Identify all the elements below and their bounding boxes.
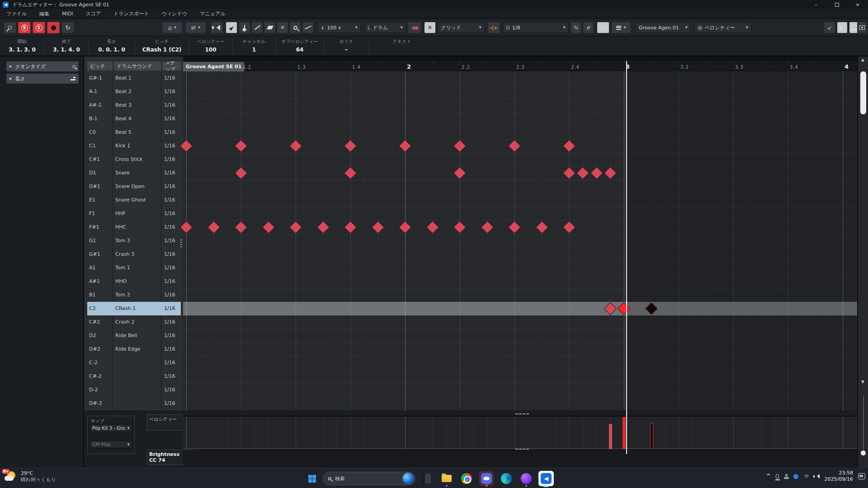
- drum-name-dropdown[interactable]: GM Map ▼: [90, 441, 132, 448]
- info-field-0[interactable]: 開始3. 1. 3. 0: [0, 36, 44, 56]
- drum-row-F1[interactable]: F1HHF1/16: [87, 207, 181, 221]
- taskbar-purple-app[interactable]: [518, 470, 535, 487]
- taskbar-file-explorer[interactable]: [438, 470, 455, 487]
- drum-row-C#-2[interactable]: C#-21/16: [87, 370, 181, 383]
- taskbar-chrome[interactable]: [458, 470, 475, 487]
- mute-tool[interactable]: ✕: [277, 22, 288, 33]
- quantize-preset-dropdown[interactable]: Q 1/8 ▼: [503, 22, 569, 33]
- eraser-tool[interactable]: [264, 22, 276, 33]
- person-icon[interactable]: [784, 474, 788, 479]
- info-field-4[interactable]: ベロシティー100: [189, 36, 232, 56]
- info-field-6[interactable]: オフベロシティー64: [276, 36, 324, 56]
- drum-row-G#-1[interactable]: G#-1Beat 11/16: [87, 71, 181, 85]
- controller-selector-dropdown[interactable]: ◎ ベロシティー ▼: [694, 22, 751, 33]
- drum-row-F#1[interactable]: F#1HHC1/16: [87, 221, 181, 234]
- microphone-icon[interactable]: [776, 474, 779, 479]
- info-field-8[interactable]: テキスト: [369, 36, 435, 56]
- minimize-button[interactable]: –: [806, 0, 826, 9]
- insert-velocity-dropdown[interactable]: ↓ 100 ▲▼ ▼: [317, 22, 361, 33]
- close-button[interactable]: ×: [847, 0, 868, 9]
- drum-note-C1-1[interactable]: [235, 140, 247, 152]
- toolbar-setup-button[interactable]: [857, 22, 867, 33]
- velocity-bar-7.75[interactable]: [609, 424, 612, 449]
- drum-row-G1[interactable]: G1Tom 31/16: [87, 234, 181, 248]
- grid-type-dropdown[interactable]: グリッド ▼: [438, 22, 485, 33]
- drum-note-F#1-0.5[interactable]: [207, 221, 220, 234]
- drum-row-C#2[interactable]: C#2Crash 21/16: [87, 315, 181, 329]
- drum-note-F#1-4.5[interactable]: [426, 221, 439, 234]
- drum-row-D-2[interactable]: D-21/16: [87, 383, 181, 397]
- info-field-3[interactable]: ピッチCRash 1 (C2): [135, 36, 189, 56]
- drum-row-B-1[interactable]: B-1Beat 41/16: [87, 112, 181, 126]
- drum-note-F#1-7[interactable]: [563, 221, 576, 234]
- part-edit-mode-button[interactable]: ⇄▼: [185, 22, 206, 33]
- menu-item-5[interactable]: ウィンドウ: [156, 10, 193, 17]
- taskbar-discord[interactable]: [478, 470, 495, 487]
- drum-note-F#1-5.5[interactable]: [481, 221, 493, 234]
- drum-note-D1-5[interactable]: [453, 167, 466, 179]
- velocity-bar-8[interactable]: [623, 417, 626, 449]
- drum-note-F#1-6.5[interactable]: [535, 221, 548, 234]
- drum-row-D2[interactable]: D2Ride Bell1/16: [87, 329, 181, 343]
- drum-row-D1[interactable]: D1Snare1/16: [87, 166, 181, 180]
- drum-note-D1-7.25[interactable]: [576, 167, 589, 179]
- drum-note-F#1-5[interactable]: [453, 221, 466, 234]
- info-field-7[interactable]: ボイス–: [324, 36, 369, 56]
- open-in-lower-zone-button[interactable]: ↙: [824, 22, 835, 33]
- drum-note-C1-3[interactable]: [344, 140, 357, 152]
- vertical-scrollbar[interactable]: ▲ ▼: [857, 56, 868, 468]
- drum-note-D1-3[interactable]: [344, 167, 357, 179]
- quantize-panel-button[interactable]: e: [583, 22, 594, 33]
- drum-note-C1-7[interactable]: [563, 140, 576, 152]
- zoom-tool[interactable]: [289, 22, 301, 33]
- blue-status-icon[interactable]: [793, 474, 798, 479]
- list-grid-divider-handle[interactable]: [180, 239, 182, 248]
- column-header-snap[interactable]: スナップ: [162, 61, 181, 70]
- maximize-button[interactable]: [826, 0, 847, 9]
- drum-row-C2[interactable]: C2CRash 11/16: [87, 302, 181, 315]
- drum-note-F#1-1.5[interactable]: [262, 221, 274, 234]
- drum-row-C-2[interactable]: C-21/16: [87, 356, 181, 370]
- event-colors-button[interactable]: [597, 22, 609, 33]
- drum-note-F#1-6[interactable]: [508, 221, 521, 234]
- drum-row-D#1[interactable]: D#1Snare Open1/16: [87, 180, 181, 193]
- search-box[interactable]: 検索: [323, 472, 415, 485]
- part-selector-dropdown[interactable]: Groove Agen.01 ▼: [636, 22, 691, 33]
- snap-onoff-button[interactable]: ✕: [424, 22, 436, 33]
- volume-icon[interactable]: [815, 474, 820, 479]
- part-name-label[interactable]: Groove Agent SE 01: [183, 62, 244, 71]
- drum-note-F#1-3[interactable]: [344, 221, 357, 234]
- drum-note-D1-7.75[interactable]: [604, 167, 617, 179]
- velocity-lane[interactable]: [183, 416, 857, 449]
- weather-widget[interactable]: 9+ 29°C 晴れ時々くもり: [4, 470, 56, 483]
- drum-row-A#1[interactable]: A#1HHO1/16: [87, 275, 181, 288]
- inspector-section-length[interactable]: ▶ 長さ: [6, 74, 79, 84]
- drum-note-C1-6[interactable]: [508, 140, 521, 152]
- menu-item-1[interactable]: 編集: [33, 10, 56, 17]
- pin-note-input-button[interactable]: [4, 22, 16, 33]
- stepper-icon[interactable]: ▲▼: [339, 26, 340, 29]
- menu-item-2[interactable]: MIDI: [56, 11, 79, 17]
- drum-row-C0[interactable]: C0Beat 51/16: [87, 126, 181, 139]
- drum-row-A1[interactable]: A1Tom 11/16: [87, 261, 181, 275]
- scroll-up-icon[interactable]: ▲: [861, 57, 864, 62]
- show-note-length-button[interactable]: ◆◆: [408, 22, 421, 33]
- drum-note-C1-4[interactable]: [399, 140, 411, 152]
- menu-item-6[interactable]: マニュアル: [193, 10, 231, 17]
- drum-map-dropdown[interactable]: Pop Kit 3 - Gro. ▼: [90, 424, 132, 432]
- audition-button[interactable]: [211, 22, 223, 33]
- track-layers-button[interactable]: ▼: [611, 22, 631, 33]
- vertical-zoom-slider[interactable]: [863, 395, 864, 450]
- indicate-transpose-button[interactable]: 1: [33, 22, 45, 33]
- info-field-1[interactable]: 終了3. 1. 4. 0: [44, 36, 89, 56]
- drum-note-C1-5[interactable]: [453, 140, 466, 152]
- start-button[interactable]: [304, 470, 320, 487]
- taskbar-cubase-active[interactable]: ◀: [538, 470, 555, 487]
- drum-note-D1-1[interactable]: [235, 167, 247, 179]
- line-tool[interactable]: [251, 22, 263, 33]
- drum-row-C1[interactable]: C1Kick 11/16: [87, 139, 181, 153]
- drum-row-C#1[interactable]: C#1Cross Stick1/16: [87, 153, 181, 166]
- menu-item-0[interactable]: ファイル: [0, 10, 33, 17]
- timeline-ruler[interactable]: Groove Agent SE 01 1.21.31.422.22.32.433…: [183, 61, 857, 71]
- length-quantize-dropdown[interactable]: L ドラム ▼: [364, 22, 406, 33]
